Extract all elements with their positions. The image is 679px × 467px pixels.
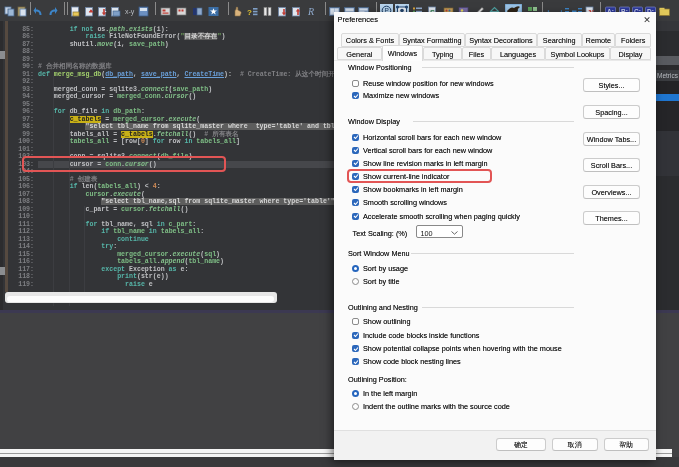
svg-text:R: R: [307, 6, 314, 17]
svg-text:?: ?: [247, 8, 252, 17]
svg-text:x-y: x-y: [125, 8, 135, 16]
